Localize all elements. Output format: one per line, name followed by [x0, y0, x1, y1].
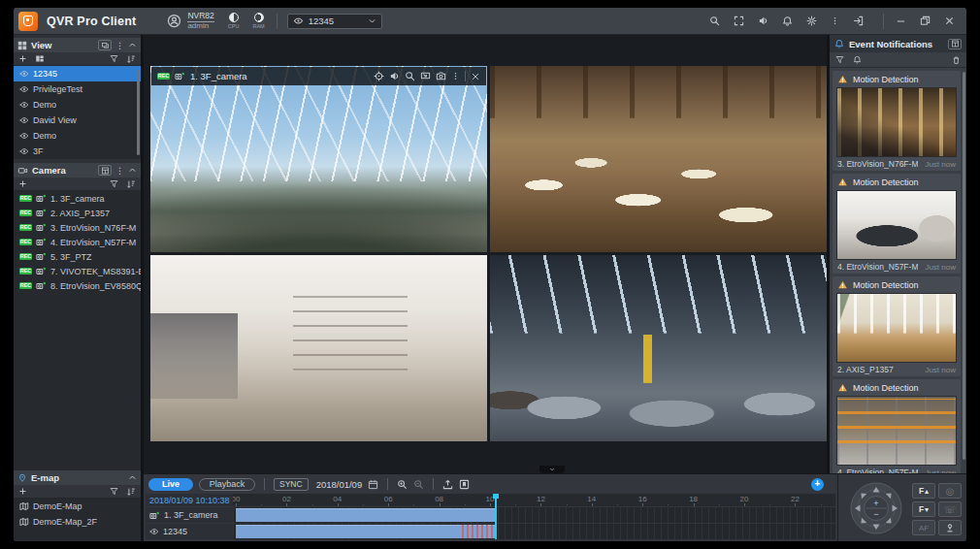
more-icon[interactable]: ⋮	[115, 166, 124, 176]
view-item[interactable]: David View	[14, 113, 141, 128]
more-icon[interactable]	[831, 16, 839, 26]
sort-icon[interactable]	[126, 487, 136, 497]
audio-icon[interactable]	[389, 71, 400, 81]
video-cell-atrium[interactable]: REC1. 3F_camera	[150, 66, 487, 252]
add-emap-button[interactable]	[18, 487, 27, 496]
more-icon[interactable]	[451, 71, 460, 81]
fullscreen-icon[interactable]	[734, 16, 744, 26]
zoom-in-icon[interactable]	[397, 479, 408, 490]
collapse-emap-icon[interactable]	[128, 473, 137, 482]
events-scrollbar[interactable]	[963, 72, 965, 460]
video-cell-garage[interactable]	[490, 255, 827, 441]
camera-item[interactable]: REC7. VIVOTEK_MS8391-EV	[14, 264, 141, 278]
filter-icon[interactable]	[110, 487, 118, 496]
preset-button[interactable]: ◎	[938, 483, 962, 499]
camera-item[interactable]: REC4. EtroVision_N57F-M	[14, 235, 141, 249]
calendar-icon[interactable]	[368, 479, 378, 490]
collapse-camera-icon[interactable]	[128, 166, 137, 175]
camera-item[interactable]: REC8. EtroVision_EV8580Q-MD	[14, 278, 141, 293]
camera-item[interactable]: REC2. AXIS_P1357	[14, 206, 141, 220]
sidebar-scrollbar[interactable]	[137, 70, 140, 155]
hour-label: 06	[384, 495, 393, 503]
layout-button[interactable]	[35, 54, 45, 63]
event-card[interactable]: Motion Detection4. EtroVision_N57F-MJust…	[833, 379, 961, 473]
add-camera-button[interactable]	[18, 179, 27, 188]
settings-icon[interactable]	[806, 16, 817, 26]
view-display-mode-button[interactable]	[98, 40, 112, 50]
session-info[interactable]: NVR82 admin CPU RAM	[167, 12, 264, 30]
collapse-timeline-handle[interactable]	[539, 466, 565, 473]
hour-label: 20	[740, 495, 749, 503]
minimize-button[interactable]	[896, 16, 906, 26]
emap-item[interactable]: DemoE-Map_2F	[14, 514, 141, 530]
filter-icon[interactable]	[110, 54, 118, 63]
video-cell-boutique[interactable]	[150, 255, 487, 441]
camera-item[interactable]: REC5. 3F_PTZ	[14, 249, 141, 264]
emap-section-header[interactable]: E-map	[14, 470, 141, 485]
camera-section-header[interactable]: Camera ⋮	[14, 163, 141, 178]
timeline-tracks[interactable]: 000204060810121416182022	[233, 494, 835, 539]
close-button[interactable]	[944, 16, 955, 26]
events-layout-button[interactable]	[948, 39, 962, 49]
camera-item[interactable]: REC3. EtroVision_N76F-M	[14, 220, 141, 235]
sort-icon[interactable]	[126, 54, 136, 64]
view-section-header[interactable]: View ⋮	[14, 38, 141, 52]
joystick-mode-button[interactable]	[938, 520, 962, 535]
close-small-icon[interactable]	[471, 72, 480, 81]
event-thumbnail-hallway[interactable]	[836, 293, 957, 363]
event-thumbnail-mall[interactable]	[836, 87, 957, 157]
export-icon[interactable]	[442, 479, 453, 490]
event-card[interactable]: Motion Detection2. AXIS_P1357Just now	[833, 276, 961, 376]
restore-button[interactable]	[920, 16, 931, 26]
timeline-track[interactable]	[233, 507, 835, 523]
video-cell-restaurant[interactable]	[490, 66, 827, 252]
call-preset-button[interactable]: ☏	[938, 501, 962, 517]
view-item[interactable]: 12345	[14, 66, 141, 81]
minor-tick	[312, 504, 313, 505]
camera-display-mode-button[interactable]	[98, 165, 112, 176]
logout-icon[interactable]	[853, 16, 864, 26]
view-item[interactable]: Demo	[14, 97, 141, 113]
more-icon[interactable]: ⋮	[115, 41, 124, 50]
event-card[interactable]: Motion Detection3. EtroVision_N76F-MJust…	[833, 71, 961, 171]
sort-icon[interactable]	[126, 179, 136, 189]
ptz-joystick-pad[interactable]: + −	[850, 482, 902, 538]
mute-notifications-icon[interactable]	[853, 55, 862, 64]
filter-icon[interactable]	[835, 55, 844, 64]
sync-button[interactable]: SYNC	[274, 478, 309, 491]
emap-item[interactable]: DemoE-Map	[14, 499, 141, 514]
timeline-ruler[interactable]: 000204060810121416182022	[233, 494, 835, 506]
collapse-view-icon[interactable]	[128, 41, 137, 49]
focus-far-button[interactable]: F▾	[912, 501, 935, 517]
timeline-date[interactable]: 2018/01/09	[316, 479, 363, 490]
view-item[interactable]: PrivilegeTest	[14, 81, 141, 97]
filter-icon[interactable]	[110, 179, 118, 188]
tab-live[interactable]: Live	[148, 478, 193, 491]
event-card[interactable]: Motion Detection4. EtroVision_N57F-MJust…	[833, 174, 961, 274]
clear-events-trash-icon[interactable]	[952, 55, 961, 65]
camera-item[interactable]: REC1. 3F_camera	[14, 191, 141, 206]
view-selector-dropdown[interactable]: 12345	[287, 14, 382, 29]
event-thumbnail-warehouse[interactable]	[836, 396, 957, 466]
stream-icon[interactable]	[420, 71, 431, 81]
warning-icon	[837, 280, 848, 290]
audio-icon[interactable]	[758, 16, 768, 26]
digital-zoom-icon[interactable]	[405, 71, 415, 81]
timeline-track[interactable]	[233, 524, 835, 539]
focus-near-button[interactable]: F▴	[912, 483, 935, 499]
minor-tick	[363, 504, 364, 505]
zoom-out-icon[interactable]	[413, 479, 424, 490]
timeline-add-button[interactable]: +	[811, 478, 824, 491]
autofocus-button[interactable]: AF	[912, 520, 935, 535]
timeline-playhead[interactable]	[495, 494, 497, 539]
view-item[interactable]: 3F	[14, 144, 141, 159]
search-icon[interactable]	[709, 16, 720, 26]
view-item[interactable]: Demo	[14, 128, 141, 144]
bookmark-icon[interactable]	[459, 479, 470, 490]
ptz-icon[interactable]	[374, 71, 384, 81]
alarm-icon[interactable]	[782, 16, 793, 26]
tab-playback[interactable]: Playback	[199, 478, 255, 491]
event-thumbnail-office[interactable]	[836, 190, 957, 260]
add-view-button[interactable]	[18, 54, 27, 63]
snapshot-icon[interactable]	[436, 71, 446, 81]
